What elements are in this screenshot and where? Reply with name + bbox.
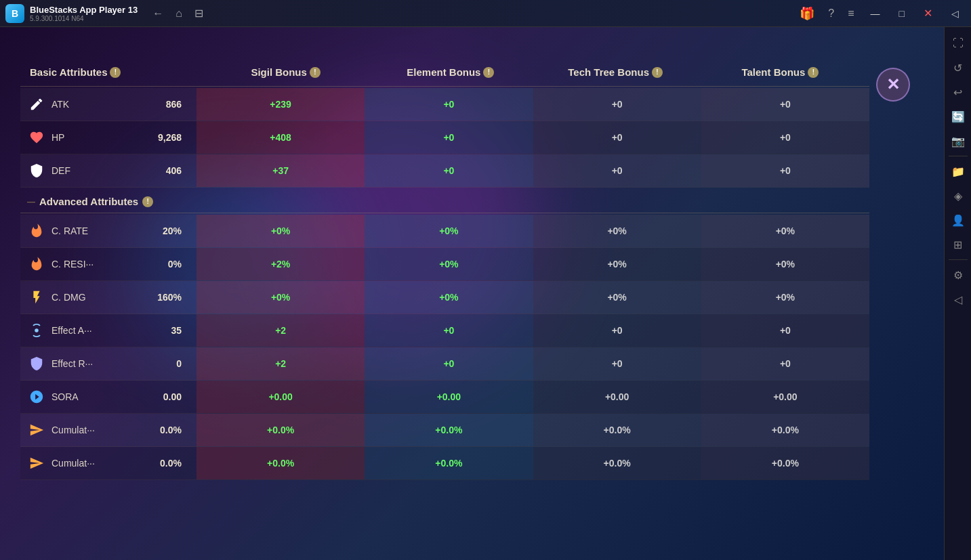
profile-button[interactable]: 👤 [947,209,969,231]
col-sigil-bonus: Sigil Bonus ! [203,61,368,83]
row-icon-adv-7 [27,454,46,473]
row-value-basic-1: 9,268 [158,132,182,143]
row-icon-adv-0 [27,221,46,240]
row-value-adv-0: 20% [163,225,182,236]
row-icon-adv-5 [27,387,46,406]
col-talent-bonus: Talent Bonus ! [698,61,863,83]
row-talent-adv-2: +0% [701,281,869,314]
row-label-adv-2: C. DMG 160% [20,281,197,314]
stats-panel: Basic Attributes ! Sigil Bonus ! Element… [20,61,869,546]
row-icon-basic-0 [27,95,46,114]
row-tech-adv-2: +0% [533,281,701,314]
row-tech-adv-7: +0.0% [533,447,701,479]
game-area: ✕ Basic Attributes ! Sigil Bonus ! Eleme… [0,27,944,560]
title-bar: B BlueStacks App Player 13 5.9.300.1014 … [0,0,971,27]
row-sigil-basic-1: +408 [197,121,365,154]
row-sigil-adv-1: +2% [197,248,365,280]
row-sigil-adv-2: +0% [197,281,365,314]
talent-info-icon[interactable]: ! [808,67,819,78]
table-row: Cumulat··· 0.0% +0.0% +0.0% +0.0% +0.0% [20,414,869,447]
right-sidebar: ⛶ ↺ ↩ 🔄 📷 📁 ◈ 👤 ⊞ ⚙ ◁ [944,27,971,560]
basic-info-icon[interactable]: ! [110,67,121,78]
back-nav-button[interactable]: ← [148,5,167,21]
row-talent-adv-5: +0.00 [701,381,869,413]
svg-point-0 [35,328,39,332]
row-sigil-adv-3: +2 [197,314,365,347]
row-sigil-adv-7: +0.0% [197,447,365,479]
row-element-adv-4: +0 [365,347,533,380]
row-name-basic-0: ATK [51,99,161,110]
row-label-basic-2: DEF 406 [20,154,197,187]
row-value-basic-2: 406 [166,165,182,176]
minimize-button[interactable]: — [864,7,887,20]
close-button[interactable]: ✕ [917,5,939,21]
row-label-adv-0: C. RATE 20% [20,215,197,247]
element-info-icon[interactable]: ! [483,67,494,78]
row-sigil-basic-2: +37 [197,154,365,187]
row-element-basic-1: +0 [365,121,533,154]
fullscreen-button[interactable]: ⛶ [947,33,969,54]
table-row: C. RATE 20% +0% +0% +0% +0% [20,215,869,248]
app-version: 5.9.300.1014 N64 [30,15,138,22]
row-name-adv-6: Cumulat··· [51,425,154,435]
row-talent-adv-1: +0% [701,248,869,280]
row-value-adv-5: 0.00 [163,391,182,402]
row-name-basic-1: HP [51,132,152,143]
app-name: BlueStacks App Player 13 [30,5,138,15]
table-row: SORA 0.00 +0.00 +0.00 +0.00 +0.00 [20,381,869,414]
main-container: ✕ Basic Attributes ! Sigil Bonus ! Eleme… [0,27,971,560]
row-sigil-adv-6: +0.0% [197,414,365,446]
header-divider [20,86,869,87]
row-talent-adv-7: +0.0% [701,447,869,479]
folder-button[interactable]: 📁 [947,160,969,182]
home-nav-button[interactable]: ⌂ [171,5,186,21]
row-element-adv-3: +0 [365,314,533,347]
advanced-rows: C. RATE 20% +0% +0% +0% +0% C. RESI··· 0… [20,215,869,480]
tech-info-icon[interactable]: ! [652,67,663,78]
rotate-button[interactable]: ↺ [947,57,969,79]
row-tech-basic-1: +0 [533,121,701,154]
controls-button[interactable]: ◈ [947,185,969,207]
row-element-basic-0: +0 [365,88,533,121]
multi-nav-button[interactable]: ⊟ [190,5,207,21]
row-talent-adv-4: +0 [701,347,869,380]
row-icon-adv-3 [27,321,46,340]
row-tech-adv-3: +0 [533,314,701,347]
table-row: Effect R··· 0 +2 +0 +0 +0 [20,347,869,381]
row-tech-adv-5: +0.00 [533,381,701,413]
help-icon[interactable]: ? [824,6,838,21]
sigil-info-icon[interactable]: ! [310,67,321,78]
sidebar-toggle-button[interactable]: ◁ [945,7,966,20]
maximize-button[interactable]: □ [892,7,911,20]
refresh-button[interactable]: 🔄 [947,106,969,127]
table-row: C. RESI··· 0% +2% +0% +0% +0% [20,248,869,281]
row-tech-adv-4: +0 [533,347,701,380]
row-talent-basic-2: +0 [701,154,869,187]
row-element-adv-7: +0.0% [365,447,533,479]
row-talent-adv-3: +0 [701,314,869,347]
sidebar-collapse-button[interactable]: ◁ [947,288,969,310]
row-element-adv-2: +0% [365,281,533,314]
column-headers: Basic Attributes ! Sigil Bonus ! Element… [20,61,869,83]
layers-button[interactable]: ⊞ [947,234,969,255]
row-icon-basic-1 [27,128,46,147]
sidebar-divider-2 [949,259,968,260]
row-name-basic-2: DEF [51,165,161,176]
window-actions: 🎁 ? ≡ — □ ✕ ◁ [796,5,966,22]
settings-button[interactable]: ⚙ [947,264,969,286]
advanced-info-icon[interactable]: ! [142,196,153,207]
menu-icon[interactable]: ≡ [844,6,858,21]
row-value-basic-0: 866 [166,99,182,110]
col-element-bonus: Element Bonus ! [368,61,533,83]
undo-button[interactable]: ↩ [947,81,969,103]
panel-close-button[interactable]: ✕ [876,68,910,102]
row-name-adv-2: C. DMG [51,292,152,303]
gift-icon[interactable]: 🎁 [796,5,819,22]
screenshot-button[interactable]: 📷 [947,130,969,152]
row-icon-adv-1 [27,255,46,274]
table-row: C. DMG 160% +0% +0% +0% +0% [20,281,869,314]
row-talent-adv-0: +0% [701,215,869,247]
nav-buttons: ← ⌂ ⊟ [148,5,207,21]
basic-rows: ATK 866 +239 +0 +0 +0 HP 9,268 +408 +0 +… [20,88,869,188]
row-element-adv-0: +0% [365,215,533,247]
